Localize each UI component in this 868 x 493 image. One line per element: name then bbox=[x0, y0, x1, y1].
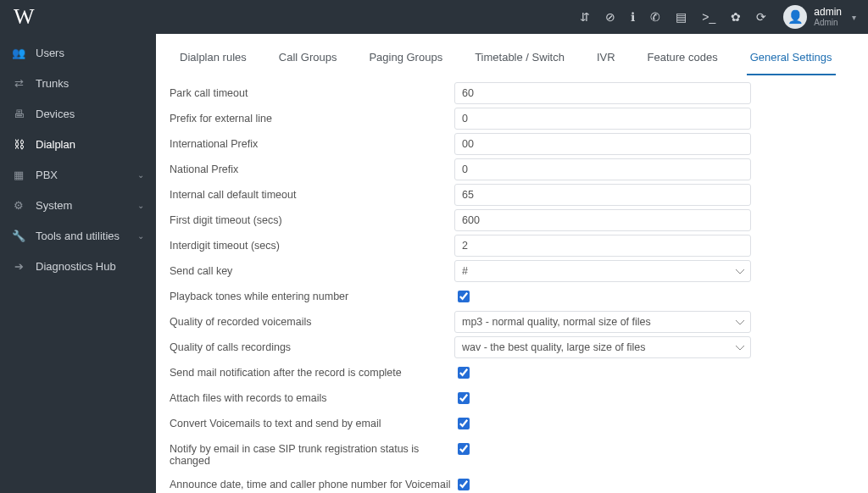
sidebar: 👥Users⇄Trunks🖶Devices⛓Dialplan▦PBX⌄⚙Syst… bbox=[0, 34, 156, 493]
checkbox-vm-to-text[interactable] bbox=[458, 418, 470, 429]
user-name: admin bbox=[814, 7, 842, 18]
sidebar-item-label: PBX bbox=[36, 169, 58, 181]
pbx-icon: ▦ bbox=[12, 169, 25, 181]
checkbox-announce[interactable] bbox=[458, 479, 470, 490]
label-interdigit: Interdigit timeout (secs) bbox=[170, 235, 454, 257]
users-icon: 👥 bbox=[12, 47, 25, 59]
label-mail-notify: Send mail notification after the record … bbox=[170, 362, 454, 384]
refresh-icon[interactable]: ⟳ bbox=[756, 10, 766, 24]
tab-dialplan-rules[interactable]: Dialplan rules bbox=[176, 46, 250, 75]
trunks-icon: ⇄ bbox=[12, 77, 25, 90]
tab-call-groups[interactable]: Call Groups bbox=[275, 46, 341, 75]
sidebar-item-devices[interactable]: 🖶Devices bbox=[0, 98, 156, 129]
tools-and-utilities-icon: 🔧 bbox=[12, 230, 25, 242]
label-sip-notify: Notify by email in case SIP trunk regist… bbox=[170, 438, 454, 472]
label-prefix-external: Prefix for external line bbox=[170, 108, 454, 130]
sidebar-item-trunks[interactable]: ⇄Trunks bbox=[0, 68, 156, 98]
input-park-call-timeout[interactable] bbox=[454, 82, 751, 104]
block-icon[interactable]: ⊘ bbox=[605, 10, 615, 24]
label-rec-quality: Quality of calls recordings bbox=[170, 336, 454, 358]
header-icons: ⇵ ⊘ ℹ ✆ ▤ >_ ✿ ⟳ bbox=[580, 10, 766, 24]
terminal-icon[interactable]: >_ bbox=[702, 10, 715, 24]
sidebar-item-label: Dialplan bbox=[36, 138, 75, 151]
gear-icon[interactable]: ✿ bbox=[731, 10, 741, 24]
network-icon[interactable]: ⇵ bbox=[580, 10, 590, 24]
devices-icon: 🖶 bbox=[12, 108, 25, 120]
diagnostics-hub-icon: ➔ bbox=[12, 260, 25, 273]
label-internal-timeout: Internal call default timeout bbox=[170, 184, 454, 206]
info-icon[interactable]: ℹ bbox=[631, 10, 635, 24]
sidebar-item-label: Trunks bbox=[36, 77, 69, 90]
sidebar-item-label: Tools and utilities bbox=[36, 230, 120, 242]
document-icon[interactable]: ▤ bbox=[676, 10, 687, 24]
input-internal-timeout[interactable] bbox=[454, 184, 751, 206]
user-menu[interactable]: 👤 admin Admin ▾ bbox=[783, 5, 856, 29]
chevron-down-icon: ▾ bbox=[852, 13, 856, 22]
sidebar-item-label: Devices bbox=[36, 108, 75, 120]
sidebar-item-pbx[interactable]: ▦PBX⌄ bbox=[0, 159, 156, 190]
label-attach-files: Attach files with records to emails bbox=[170, 387, 454, 409]
sidebar-item-label: Users bbox=[36, 47, 64, 59]
input-natl-prefix[interactable] bbox=[454, 158, 751, 180]
label-vm-to-text: Convert Voicemails to text and send by e… bbox=[170, 413, 454, 435]
label-announce: Announce date, time and caller phone num… bbox=[170, 474, 454, 493]
sidebar-item-tools-and-utilities[interactable]: 🔧Tools and utilities⌄ bbox=[0, 220, 156, 251]
app-logo: W bbox=[14, 4, 34, 30]
sidebar-item-label: System bbox=[36, 199, 72, 212]
sidebar-item-users[interactable]: 👥Users bbox=[0, 37, 156, 68]
select-send-call-key[interactable]: # bbox=[454, 260, 751, 282]
chevron-down-icon: ⌄ bbox=[137, 201, 144, 210]
label-first-digit: First digit timeout (secs) bbox=[170, 209, 454, 231]
phone-icon[interactable]: ✆ bbox=[650, 10, 660, 24]
chevron-down-icon: ⌄ bbox=[137, 231, 144, 241]
avatar-icon: 👤 bbox=[783, 5, 807, 29]
label-intl-prefix: International Prefix bbox=[170, 133, 454, 155]
label-send-call-key: Send call key bbox=[170, 260, 454, 282]
label-park-call-timeout: Park call timeout bbox=[170, 82, 454, 104]
select-rec-quality[interactable]: wav - the best quality, large size of fi… bbox=[454, 336, 751, 358]
checkbox-attach-files[interactable] bbox=[458, 392, 470, 404]
checkbox-playback-tones[interactable] bbox=[458, 291, 470, 302]
tab-feature-codes[interactable]: Feature codes bbox=[644, 46, 721, 75]
sidebar-item-diagnostics-hub[interactable]: ➔Diagnostics Hub bbox=[0, 251, 156, 281]
tab-general-settings[interactable]: General Settings bbox=[747, 46, 836, 75]
sidebar-item-dialplan[interactable]: ⛓Dialplan bbox=[0, 129, 156, 159]
input-interdigit[interactable] bbox=[454, 235, 751, 257]
tab-timetable-switch[interactable]: Timetable / Switch bbox=[471, 46, 568, 75]
select-vm-quality[interactable]: mp3 - normal quality, normal size of fil… bbox=[454, 311, 751, 333]
main-content: Dialplan rulesCall GroupsPaging GroupsTi… bbox=[156, 34, 868, 493]
input-first-digit[interactable] bbox=[454, 209, 751, 231]
input-prefix-external[interactable] bbox=[454, 108, 751, 130]
settings-form: Park call timeout Prefix for external li… bbox=[156, 75, 868, 493]
user-role: Admin bbox=[814, 18, 842, 27]
sidebar-item-label: Diagnostics Hub bbox=[36, 260, 116, 273]
checkbox-mail-notify[interactable] bbox=[458, 367, 470, 379]
checkbox-sip-notify[interactable] bbox=[458, 443, 470, 455]
sidebar-item-system[interactable]: ⚙System⌄ bbox=[0, 190, 156, 220]
tab-paging-groups[interactable]: Paging Groups bbox=[365, 46, 446, 75]
tab-ivr[interactable]: IVR bbox=[593, 46, 619, 75]
system-icon: ⚙ bbox=[12, 199, 25, 212]
input-intl-prefix[interactable] bbox=[454, 133, 751, 155]
tabs: Dialplan rulesCall GroupsPaging GroupsTi… bbox=[156, 34, 868, 75]
app-header: W ⇵ ⊘ ℹ ✆ ▤ >_ ✿ ⟳ 👤 admin Admin ▾ bbox=[0, 0, 868, 34]
dialplan-icon: ⛓ bbox=[12, 138, 25, 151]
chevron-down-icon: ⌄ bbox=[137, 170, 144, 180]
label-playback-tones: Playback tones while entering number bbox=[170, 285, 454, 307]
label-natl-prefix: National Prefix bbox=[170, 158, 454, 180]
label-vm-quality: Quality of recorded voicemails bbox=[170, 311, 454, 333]
